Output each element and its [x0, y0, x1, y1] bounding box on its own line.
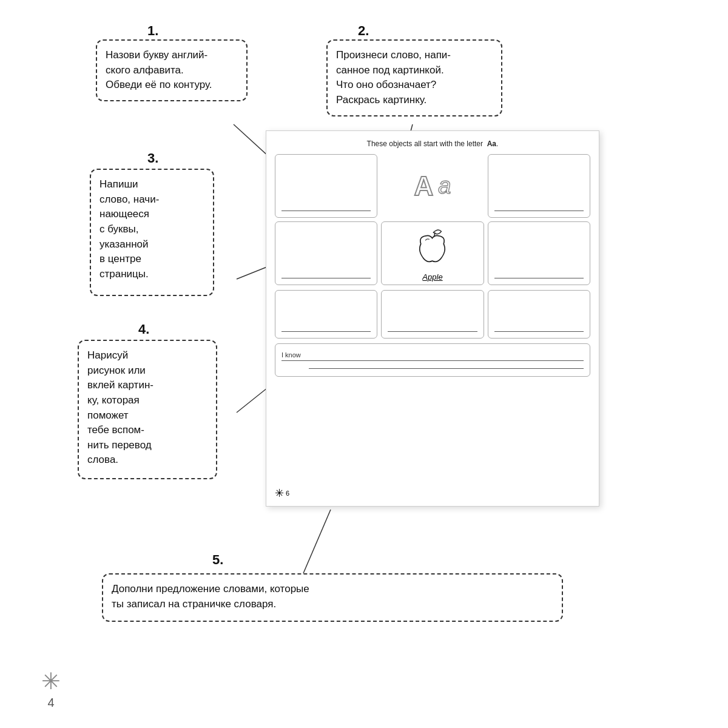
letter-a-cursive: a: [438, 173, 451, 199]
ws-title: These objects all start with the letter …: [275, 140, 590, 148]
instruction-box-5: Дополни предложение словами, которыеты з…: [102, 573, 563, 622]
bottom-page-number: 4: [47, 696, 54, 710]
ws-grid-top: A a Apple: [275, 154, 590, 285]
ws-cell-4: [488, 221, 590, 285]
instruction-box-4: Нарисуйрисунок иливклей картин-ку, котор…: [78, 340, 217, 479]
ws-title-text: These objects all start with the letter: [367, 140, 483, 148]
ws-bottom-grid: [275, 290, 590, 339]
number-1: 1.: [147, 23, 158, 39]
apple-label: Apple: [422, 272, 442, 281]
ws-letter-bold: Aa: [487, 140, 496, 148]
page-star-icon: ✳: [275, 487, 284, 500]
ws-iknow-box: I know: [275, 343, 590, 377]
ws-cell-1: [275, 154, 377, 218]
box2-text: Произнеси слово, напи-санное под картинк…: [336, 49, 451, 106]
ws-bottom-cell-2: [381, 290, 484, 339]
iknow-label: I know: [281, 351, 301, 359]
number-5: 5.: [212, 552, 223, 568]
box4-text: Нарисуйрисунок иливклей картин-ку, котор…: [87, 349, 153, 465]
box1-text: Назови букву англий-ского алфавита.Обвед…: [106, 49, 212, 90]
letter-A-dotted: A: [414, 171, 434, 201]
svg-line-4: [303, 510, 331, 573]
worksheet: These objects all start with the letter …: [266, 130, 599, 507]
instruction-box-1: Назови букву англий-ского алфавита.Обвед…: [96, 39, 248, 101]
ws-apple-cell: Apple: [381, 221, 484, 285]
page-badge: ✳ 6: [275, 487, 289, 500]
ws-center-letters: A a: [381, 154, 484, 218]
bottom-star-icon: ✳: [41, 668, 61, 695]
number-4: 4.: [138, 322, 149, 337]
ws-bottom-cell-3: [488, 290, 590, 339]
ws-bottom-cell-1: [275, 290, 377, 339]
bottom-decoration: ✳ 4: [41, 668, 61, 710]
apple-drawing: [410, 226, 455, 271]
number-2: 2.: [358, 23, 369, 39]
page-number-ws: 6: [286, 490, 289, 497]
instruction-box-3: Напишислово, начи-нающеесяс буквы,указан…: [90, 169, 214, 296]
number-3: 3.: [147, 150, 158, 166]
ws-cell-2: [488, 154, 590, 218]
box5-text: Дополни предложение словами, которыеты з…: [112, 583, 309, 610]
ws-cell-3: [275, 221, 377, 285]
instruction-box-2: Произнеси слово, напи-санное под картинк…: [326, 39, 502, 116]
box3-text: Напишислово, начи-нающеесяс буквы,указан…: [99, 178, 159, 280]
